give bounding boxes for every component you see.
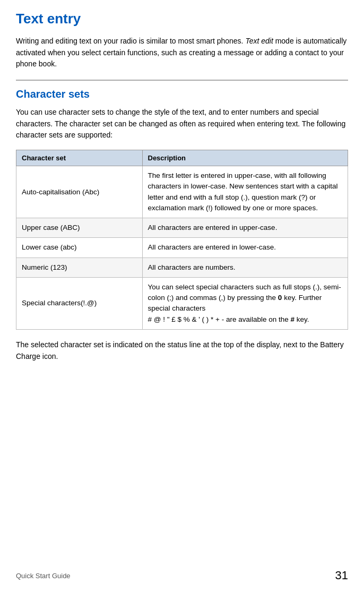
- section-title: Character sets: [16, 88, 348, 100]
- bold-key-hash: #: [291, 315, 295, 323]
- character-set-desc-1: All characters are entered in upper-case…: [142, 218, 348, 238]
- footer-page-number: 31: [335, 569, 348, 582]
- character-set-name-4: Special characters(!.@): [16, 277, 143, 329]
- section-divider: [16, 80, 348, 81]
- table-row: Upper case (ABC) All characters are ente…: [16, 218, 348, 238]
- page-title: Text entry: [16, 11, 348, 27]
- section-intro: You can use character sets to change the…: [16, 107, 348, 141]
- table-header-character-set: Character set: [16, 150, 143, 166]
- character-set-name-1: Upper case (ABC): [16, 218, 143, 238]
- bold-key-0: 0: [278, 294, 282, 302]
- character-set-name-3: Numeric (123): [16, 258, 143, 277]
- character-sets-table: Character set Description Auto-capitalis…: [16, 150, 348, 330]
- character-set-desc-2: All characters are entered in lower-case…: [142, 238, 348, 258]
- intro-paragraph: Writing and editing text on your radio i…: [16, 36, 348, 70]
- footer: Quick Start Guide 31: [16, 569, 348, 582]
- table-row: Numeric (123) All characters are numbers…: [16, 258, 348, 277]
- conclusion-text: The selected character set is indicated …: [16, 339, 348, 362]
- footer-label: Quick Start Guide: [16, 572, 71, 580]
- table-header-description: Description: [142, 150, 348, 166]
- character-set-name-2: Lower case (abc): [16, 238, 143, 258]
- character-set-name-0: Auto-capitalisation (Abc): [16, 166, 143, 218]
- character-set-desc-3: All characters are numbers.: [142, 258, 348, 277]
- table-row: Lower case (abc) All characters are ente…: [16, 238, 348, 258]
- character-set-desc-0: The first letter is entered in upper-cas…: [142, 166, 348, 218]
- table-header-row: Character set Description: [16, 150, 348, 166]
- italic-phrase: Text edit: [245, 37, 273, 45]
- table-row: Auto-capitalisation (Abc) The first lett…: [16, 166, 348, 218]
- table-row: Special characters(!.@) You can select s…: [16, 277, 348, 329]
- character-set-desc-4: You can select special characters such a…: [142, 277, 348, 329]
